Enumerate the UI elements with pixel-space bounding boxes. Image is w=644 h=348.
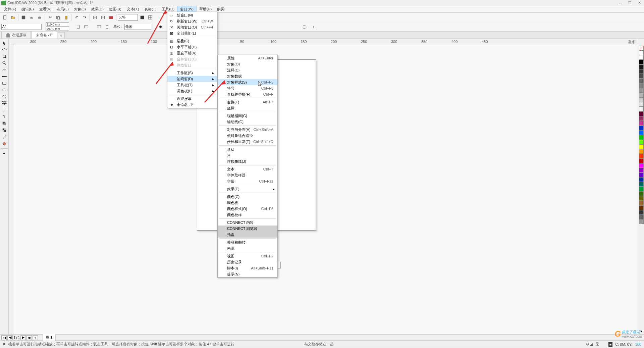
canvas[interactable] (14, 44, 638, 334)
publish-button[interactable] (107, 14, 115, 21)
color-swatch-36[interactable] (639, 219, 644, 224)
page-tab[interactable]: 页 1 (43, 334, 55, 341)
undo-button[interactable]: ↶ (73, 14, 80, 21)
docker-source[interactable]: 来源 (218, 245, 277, 251)
color-swatch-3[interactable] (639, 64, 644, 69)
cut-button[interactable]: ✂ (46, 14, 54, 21)
docker-effects[interactable]: 效果(E)▸ (218, 186, 277, 192)
docker-properties[interactable]: 属性Alt+Enter (218, 55, 277, 61)
page-width-input[interactable] (46, 22, 69, 27)
pick-tool[interactable] (0, 40, 8, 46)
customize-tool[interactable]: + (0, 150, 8, 157)
color-swatch-5[interactable] (639, 74, 644, 79)
color-swatch-12[interactable] (639, 107, 644, 111)
docker-find-replace[interactable]: 查找并替换(F)Ctrl+F (218, 91, 277, 97)
docker-font-sampler[interactable]: 字体取样器 (218, 172, 277, 178)
fill-tool[interactable] (0, 140, 8, 147)
docker-color-palette[interactable]: 调色板 (218, 200, 277, 206)
ruler-horizontal[interactable]: -300 -250 -200 -150 -100 -50 0 50 100 15… (9, 39, 638, 44)
docker-connect-browser[interactable]: CONNECT 浏览器 (218, 226, 277, 232)
tab-welcome[interactable]: 欢迎屏幕 (1, 31, 31, 39)
close-button[interactable]: ✕ (636, 1, 643, 5)
units-combo[interactable] (124, 24, 151, 30)
color-swatch-28[interactable] (639, 182, 644, 187)
menu-edit[interactable]: 编辑(E) (19, 6, 37, 12)
color-swatch-35[interactable] (639, 215, 644, 219)
menu-bitmaps[interactable]: 位图(B) (106, 6, 124, 12)
docker-connector[interactable]: 连接曲线(J) (218, 158, 277, 164)
color-swatch-1[interactable] (639, 55, 644, 60)
menu-tile-h[interactable]: ⊟水平平铺(H) (167, 44, 217, 50)
fullscreen-button[interactable] (139, 14, 146, 21)
maximize-button[interactable]: ☐ (627, 1, 633, 5)
color-swatch-11[interactable] (639, 102, 644, 107)
docker-script[interactable]: 脚本(I)Alt+Shift+F11 (218, 265, 277, 271)
color-swatch-2[interactable] (639, 60, 644, 64)
color-swatch-14[interactable] (639, 116, 644, 121)
menu-object[interactable]: 对象(J) (71, 6, 89, 12)
docker-hints[interactable]: 提示(N) (218, 271, 277, 277)
docker-align[interactable]: 对齐与分布(A)Ctrl+Shift+A (218, 127, 277, 133)
zoom-tool[interactable] (0, 60, 8, 66)
menu-layout[interactable]: 布局(L) (54, 6, 71, 12)
menu-cascade[interactable]: ▥层叠(C) (167, 38, 217, 44)
docker-transform[interactable]: 变换(T)Alt+F7 (218, 99, 277, 105)
menu-tile-v[interactable]: ◫垂直平铺(V) (167, 50, 217, 56)
docker-objects[interactable]: 对象(O) (218, 61, 277, 67)
menu-welcome-screen[interactable]: 欢迎屏幕 (167, 96, 217, 102)
color-swatch-34[interactable] (639, 210, 644, 215)
all-pages-button[interactable] (95, 23, 103, 31)
crop-tool[interactable] (0, 53, 8, 60)
color-swatch-0[interactable] (639, 50, 644, 55)
new-button[interactable] (1, 14, 9, 21)
last-page-button[interactable]: ⏭ (26, 335, 32, 340)
color-swatch-27[interactable] (639, 177, 644, 182)
ruler-vertical[interactable] (9, 44, 14, 334)
grid-button[interactable] (147, 14, 154, 21)
zoom-combo[interactable] (118, 14, 138, 21)
menu-close-all[interactable]: ⊠全部关闭(L) (167, 30, 217, 36)
crop-button[interactable] (301, 23, 308, 31)
menu-toolbars[interactable]: 工具栏(T)▸ (167, 82, 217, 88)
docker-coordinates[interactable]: 坐标 (218, 105, 277, 111)
docker-connect-content[interactable]: CONNECT 内容 (218, 219, 277, 226)
docker-corner[interactable]: 角 (218, 152, 277, 158)
prev-page-button[interactable]: ◀ (7, 335, 13, 340)
docker-guidelines[interactable]: 辅助线(G) (218, 119, 277, 125)
menu-refresh-window[interactable]: ⟳刷新窗口(W)Ctrl+W (167, 18, 217, 24)
color-swatch-22[interactable] (639, 154, 644, 158)
color-swatch-18[interactable] (639, 135, 644, 140)
minimize-button[interactable]: ─ (617, 1, 624, 5)
menu-dockers[interactable]: 泊坞窗(D)▸ (167, 76, 217, 82)
ellipse-tool[interactable] (0, 87, 8, 93)
menu-table[interactable]: 表格(T) (142, 6, 159, 12)
menu-effects[interactable]: 效果(C) (89, 6, 106, 12)
menu-text[interactable]: 文本(X) (124, 6, 142, 12)
docker-color-styles[interactable]: 颜色样式(O)Ctrl+F6 (218, 206, 277, 212)
docker-shape[interactable]: 形状 (218, 146, 277, 152)
add-button[interactable]: + (310, 23, 317, 31)
first-page-button[interactable]: ⏮ (1, 335, 7, 340)
freehand-tool[interactable] (0, 66, 8, 73)
docker-symbols[interactable]: 符号Ctrl+F3 (218, 85, 277, 91)
color-swatch-10[interactable] (639, 97, 644, 102)
color-swatch-24[interactable] (639, 163, 644, 168)
color-swatch-6[interactable] (639, 79, 644, 83)
color-swatch-21[interactable] (639, 149, 644, 154)
fill-indicator[interactable]: ⊘ ◢ (586, 342, 593, 346)
color-swatch-23[interactable] (639, 158, 644, 163)
docker-fit-path[interactable]: 使对象适合路径 (218, 133, 277, 139)
docker-text[interactable]: 文本Ctrl+T (218, 166, 277, 172)
open-button[interactable] (9, 14, 17, 21)
transparency-tool[interactable] (0, 127, 8, 134)
color-swatch-16[interactable] (639, 126, 644, 130)
redo-button[interactable]: ↷ (81, 14, 88, 21)
tab-document[interactable]: 未命名 -1* (32, 31, 57, 39)
docker-object-styles[interactable]: 对象样式(S)Ctrl+F5 (218, 79, 277, 85)
color-swatch-8[interactable] (639, 88, 644, 93)
color-swatch-4[interactable] (639, 69, 644, 74)
color-swatch-13[interactable] (639, 111, 644, 116)
menu-file[interactable]: 文件(F) (1, 6, 19, 12)
color-swatch-31[interactable] (639, 196, 644, 201)
connector-tool[interactable] (0, 113, 8, 120)
